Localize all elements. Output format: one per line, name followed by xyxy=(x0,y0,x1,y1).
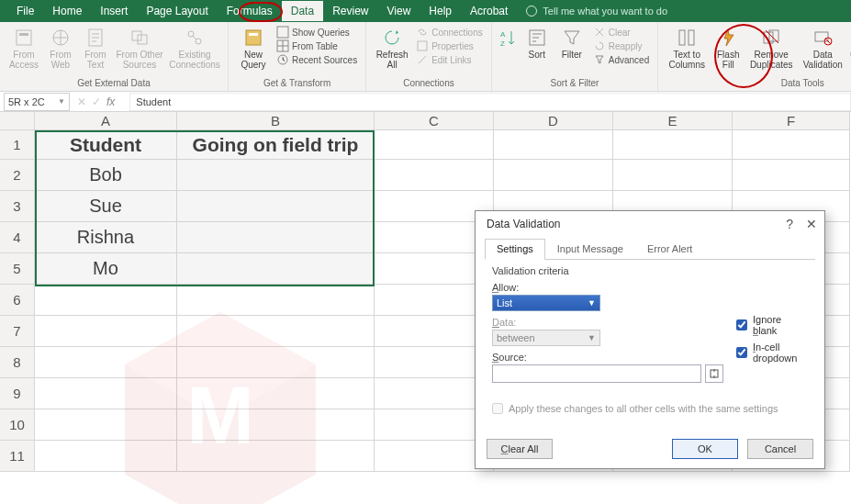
cancel-button[interactable]: Cancel xyxy=(747,439,813,459)
cell[interactable] xyxy=(613,160,733,191)
cell[interactable] xyxy=(35,409,177,441)
sort-az-button[interactable]: AZ xyxy=(498,24,520,48)
reapply-button[interactable]: Reapply xyxy=(591,39,652,52)
cell[interactable] xyxy=(177,347,375,378)
cell[interactable] xyxy=(35,316,177,347)
flash-fill-button[interactable]: Flash Fill xyxy=(711,24,745,70)
tab-error-alert[interactable]: Error Alert xyxy=(635,239,705,259)
remove-duplicates-button[interactable]: Remove Duplicates xyxy=(746,24,796,70)
cell[interactable]: Mo xyxy=(35,253,177,285)
data-validation-button[interactable]: Data Validation xyxy=(798,24,847,70)
cancel-formula-icon[interactable]: ✕ xyxy=(77,95,86,108)
cell[interactable] xyxy=(35,347,177,378)
select-all-corner[interactable] xyxy=(0,112,35,130)
cell[interactable]: Going on field trip xyxy=(177,130,375,160)
from-text-button[interactable]: From Text xyxy=(79,24,112,70)
recent-sources-button[interactable]: Recent Sources xyxy=(274,53,360,66)
cell[interactable] xyxy=(35,378,177,409)
cell[interactable] xyxy=(613,130,733,160)
row-header-3[interactable]: 3 xyxy=(0,191,35,222)
row-header-4[interactable]: 4 xyxy=(0,222,35,253)
existing-connections-button[interactable]: Existing Connections xyxy=(167,24,222,70)
tab-view[interactable]: View xyxy=(378,1,420,21)
new-query-button[interactable]: New Query xyxy=(234,24,273,70)
tab-acrobat[interactable]: Acrobat xyxy=(461,1,517,21)
tell-me[interactable]: Tell me what you want to do xyxy=(526,6,667,17)
tab-review[interactable]: Review xyxy=(323,1,377,21)
cell[interactable] xyxy=(733,160,850,191)
row-header-2[interactable]: 2 xyxy=(0,160,35,191)
tab-file[interactable]: File xyxy=(7,1,43,21)
row-header-9[interactable]: 9 xyxy=(0,378,35,409)
from-table-button[interactable]: From Table xyxy=(274,39,360,52)
cell[interactable] xyxy=(177,316,375,347)
row-header-6[interactable]: 6 xyxy=(0,285,35,316)
close-icon[interactable]: ✕ xyxy=(806,217,817,231)
col-header-E[interactable]: E xyxy=(613,112,733,130)
help-icon[interactable]: ? xyxy=(786,217,793,231)
col-header-C[interactable]: C xyxy=(375,112,494,130)
filter-button[interactable]: Filter xyxy=(554,24,589,60)
row-header-8[interactable]: 8 xyxy=(0,347,35,378)
cell[interactable]: Bob xyxy=(35,160,177,191)
source-input[interactable] xyxy=(492,364,701,383)
row-header-7[interactable]: 7 xyxy=(0,316,35,347)
cell[interactable]: Rishna xyxy=(35,222,177,253)
cell[interactable] xyxy=(177,441,375,472)
show-queries-button[interactable]: Show Queries xyxy=(274,26,360,39)
col-header-F[interactable]: F xyxy=(733,112,850,130)
sort-button[interactable]: Sort xyxy=(521,24,553,60)
from-web-button[interactable]: From Web xyxy=(44,24,77,70)
ok-button[interactable]: OK xyxy=(672,439,738,459)
ignore-blank-checkbox[interactable]: Ignore blank xyxy=(736,314,808,336)
cell[interactable] xyxy=(177,191,375,222)
advanced-button[interactable]: Advanced xyxy=(591,53,652,66)
cell[interactable] xyxy=(177,160,375,191)
name-box[interactable]: 5R x 2C ▼ xyxy=(4,93,70,111)
tab-insert[interactable]: Insert xyxy=(91,1,137,21)
allow-select[interactable]: List ▼ xyxy=(492,295,600,311)
tab-help[interactable]: Help xyxy=(420,1,461,21)
col-header-B[interactable]: B xyxy=(177,112,375,130)
cell[interactable] xyxy=(177,378,375,409)
cell[interactable] xyxy=(177,253,375,285)
tab-formulas[interactable]: Formulas xyxy=(218,1,282,21)
cell[interactable] xyxy=(494,160,613,191)
cell[interactable] xyxy=(375,160,494,191)
cell[interactable] xyxy=(494,130,613,160)
cell[interactable] xyxy=(35,285,177,316)
clear-button[interactable]: Clear xyxy=(591,26,652,39)
cell[interactable] xyxy=(733,130,850,160)
col-header-A[interactable]: A xyxy=(35,112,177,130)
properties-button[interactable]: Properties xyxy=(414,39,486,52)
row-header-5[interactable]: 5 xyxy=(0,253,35,285)
edit-links-button[interactable]: Edit Links xyxy=(414,53,486,66)
tab-data[interactable]: Data xyxy=(282,1,323,21)
range-picker-button[interactable] xyxy=(705,364,723,383)
cell[interactable]: Sue xyxy=(35,191,177,222)
refresh-all-button[interactable]: Refresh All xyxy=(372,24,412,70)
from-other-sources-button[interactable]: From Other Sources xyxy=(114,24,165,70)
clear-all-button[interactable]: Clear All xyxy=(487,439,553,459)
row-header-10[interactable]: 10 xyxy=(0,409,35,441)
text-to-columns-button[interactable]: Text to Columns xyxy=(664,24,710,70)
row-header-11[interactable]: 11 xyxy=(0,441,35,472)
cell[interactable] xyxy=(177,285,375,316)
tab-settings[interactable]: Settings xyxy=(485,239,545,260)
in-cell-dropdown-checkbox[interactable]: In-cell dropdown xyxy=(736,342,808,364)
tab-home[interactable]: Home xyxy=(43,1,91,21)
from-access-button[interactable]: From Access xyxy=(6,24,42,70)
tab-page-layout[interactable]: Page Layout xyxy=(137,1,217,21)
connections-button[interactable]: Connections xyxy=(414,26,486,39)
row-header-1[interactable]: 1 xyxy=(0,130,35,160)
cell[interactable] xyxy=(35,441,177,472)
cell[interactable]: Student xyxy=(35,130,177,160)
col-header-D[interactable]: D xyxy=(494,112,613,130)
enter-formula-icon[interactable]: ✓ xyxy=(92,95,101,108)
cell[interactable] xyxy=(375,130,494,160)
formula-input[interactable]: Student xyxy=(129,93,851,111)
dialog-titlebar[interactable]: Data Validation ? ✕ xyxy=(476,211,824,235)
fx-icon[interactable]: fx xyxy=(106,95,115,108)
cell[interactable] xyxy=(177,222,375,253)
cell[interactable] xyxy=(177,409,375,441)
